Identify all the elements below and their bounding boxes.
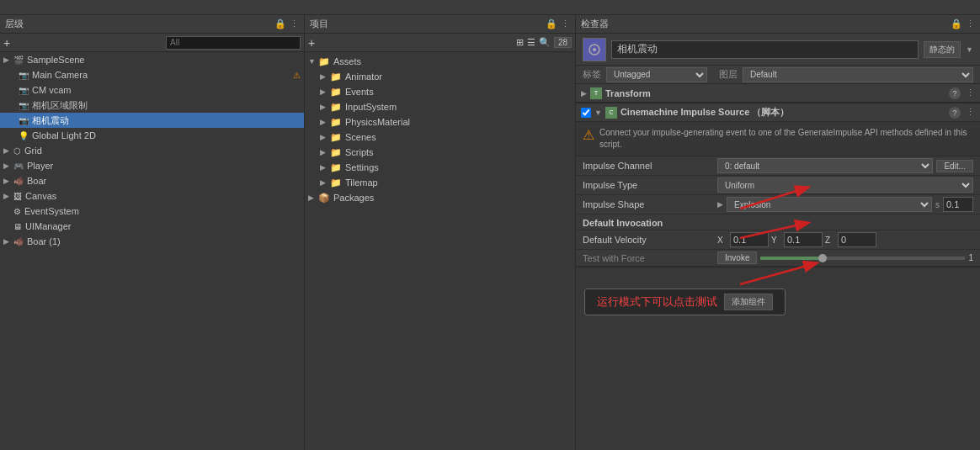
folder-physicsmaterial[interactable]: ▶ 📁 PhysicsMaterial [305, 114, 575, 130]
folder-animator[interactable]: ▶ 📁 Animator [305, 69, 575, 84]
hierarchy-item-samplescene[interactable]: ▶ 🎬 SampleScene [0, 52, 304, 67]
camera-icon: 📷 [19, 86, 29, 95]
expand-arrow: ▶ [3, 56, 12, 64]
cinemachine-header: ▼ C Cinemachine Impulse Source （脚本） ? ⋮ [576, 103, 980, 122]
transform-icon: T [590, 87, 602, 99]
item-label: Player [27, 161, 53, 171]
tag-layer-row: 标签 Untagged 图层 Default [576, 66, 980, 84]
item-label: UIManager [25, 221, 71, 231]
transform-title: Transform [605, 88, 945, 98]
object-name-input[interactable] [611, 40, 919, 59]
hierarchy-tree: ▶ 🎬 SampleScene 📷 Main Camera ⚠ 📷 CM vca… [0, 52, 304, 450]
cinemachine-help-btn[interactable]: ? [949, 107, 961, 119]
expand-arrow: ▶ [3, 192, 12, 200]
folder-icon-packages: 📦 [318, 193, 330, 204]
folder-settings[interactable]: ▶ 📁 Settings [305, 160, 575, 175]
test-force-slider[interactable] [760, 257, 965, 260]
hierarchy-item-boar[interactable]: ▶ 🐗 Boar [0, 173, 304, 188]
folder-events[interactable]: ▶ 📁 Events [305, 84, 575, 99]
cinemachine-expand-arrow[interactable]: ▼ [594, 109, 602, 117]
hierarchy-item-uimanager[interactable]: 🖥 UIManager [0, 219, 304, 234]
hierarchy-item-boar1[interactable]: ▶ 🐗 Boar (1) [0, 234, 304, 249]
folder-label: Scenes [345, 132, 376, 142]
project-panel: 项目 🔒 ⋮ + ⊞ ☰ 🔍 28 ▼ 📁 Assets [305, 15, 576, 450]
impulse-channel-select[interactable]: 0: default [717, 158, 933, 173]
folder-arrow-packages: ▶ [308, 193, 317, 202]
static-dropdown-icon[interactable]: ▼ [966, 45, 973, 54]
hierarchy-add-btn[interactable]: + [3, 36, 10, 50]
folder-tilemap[interactable]: ▶ 📁 Tilemap [305, 175, 575, 190]
project-tree: ▼ 📁 Assets ▶ 📁 Animator ▶ 📁 Events [305, 52, 575, 450]
folder-icon: 📁 [330, 87, 342, 98]
velocity-x-input[interactable] [730, 232, 769, 247]
expand-arrow: ▶ [3, 161, 12, 170]
folder-assets[interactable]: ▼ 📁 Assets [305, 54, 575, 69]
project-add-btn[interactable]: + [308, 36, 315, 50]
transform-component: ▶ T Transform ? ⋮ [576, 84, 980, 103]
hierarchy-item-canvas[interactable]: ▶ 🖼 Canvas [0, 188, 304, 204]
item-label: 相机震动 [32, 114, 69, 127]
transform-settings-icon[interactable]: ⋮ [966, 87, 975, 98]
folder-arrow: ▶ [320, 178, 328, 187]
hierarchy-menu-icon[interactable]: ⋮ [290, 19, 299, 29]
cinemachine-enabled-checkbox[interactable] [581, 108, 591, 118]
velocity-z-input[interactable] [838, 232, 876, 247]
hierarchy-panel: 层级 🔒 ⋮ + ▶ 🎬 SampleScene [0, 15, 305, 450]
folder-scenes[interactable]: ▶ 📁 Scenes [305, 130, 575, 145]
shape-preview-icon: ▶ [717, 200, 723, 209]
item-label: Canvas [25, 191, 56, 201]
folder-label-assets: Assets [333, 56, 361, 66]
ui-icon: 🖥 [13, 222, 22, 231]
object-icon [583, 38, 606, 61]
hierarchy-item-camshake[interactable]: 📷 相机震动 [0, 113, 304, 128]
hierarchy-item-camconstraint[interactable]: 📷 相机区域限制 [0, 98, 304, 113]
test-force-max-label: 1 [968, 253, 973, 262]
layer-select[interactable]: Default [743, 67, 973, 82]
hierarchy-item-maincamera[interactable]: 📷 Main Camera ⚠ [0, 67, 304, 82]
folder-icon: 📁 [330, 117, 342, 128]
impulse-shape-value-input[interactable] [943, 197, 973, 212]
hierarchy-item-grid[interactable]: ▶ ⬡ Grid [0, 143, 304, 158]
impulse-shape-select[interactable]: Explosion [727, 197, 932, 212]
add-component-btn[interactable]: 添加组件 [724, 294, 773, 310]
hierarchy-lock-icon[interactable]: 🔒 [274, 19, 286, 29]
hierarchy-search-input[interactable] [166, 36, 301, 50]
project-lock-icon[interactable]: 🔒 [546, 19, 557, 29]
impulse-type-label: Impulse Type [583, 180, 717, 190]
hierarchy-item-eventsystem[interactable]: ⚙ EventSystem [0, 204, 304, 219]
folder-icon: 📁 [330, 177, 342, 188]
transform-expand-arrow[interactable]: ▶ [581, 89, 587, 98]
transform-help-btn[interactable]: ? [949, 87, 961, 99]
impulse-channel-edit-btn[interactable]: Edit... [936, 160, 973, 172]
hierarchy-item-cmvcam[interactable]: 📷 CM vcam [0, 82, 304, 98]
hierarchy-item-player[interactable]: ▶ 🎮 Player [0, 158, 304, 173]
cinemachine-settings-icon[interactable]: ⋮ [966, 107, 975, 118]
expand-arrow: ▶ [3, 146, 12, 155]
folder-inputsystem[interactable]: ▶ 📁 InputSystem [305, 99, 575, 114]
folder-packages[interactable]: ▶ 📦 Packages [305, 190, 575, 205]
hierarchy-item-globallight[interactable]: 💡 Global Light 2D [0, 128, 304, 143]
camera-icon: 📷 [19, 101, 29, 110]
folder-arrow: ▶ [320, 118, 328, 126]
folder-label: Events [345, 87, 374, 97]
layer-label: 图层 [719, 68, 738, 81]
project-layout-btn1[interactable]: ⊞ [516, 37, 524, 48]
folder-label: Scripts [345, 147, 374, 157]
boar1-icon: 🐗 [13, 237, 24, 246]
folder-arrow: ▶ [320, 163, 328, 172]
folder-scripts[interactable]: ▶ 📁 Scripts [305, 145, 575, 160]
tag-select[interactable]: Untagged [606, 67, 707, 82]
project-menu-icon[interactable]: ⋮ [561, 19, 570, 29]
impulse-type-select[interactable]: Uniform [717, 177, 973, 193]
inspector-menu-icon[interactable]: ⋮ [966, 19, 975, 29]
inspector-title: 检查器 [581, 18, 609, 30]
inspector-lock-icon[interactable]: 🔒 [951, 19, 962, 29]
y-label: Y [771, 236, 781, 245]
velocity-y-input[interactable] [784, 232, 823, 247]
invoke-button[interactable]: Invoke [717, 251, 757, 264]
project-layout-btn2[interactable]: ☰ [527, 37, 535, 48]
static-button[interactable]: 静态的 [924, 41, 961, 58]
item-label: SampleScene [27, 55, 85, 65]
camera-icon: 📷 [19, 116, 29, 125]
default-invocation-header: Default Invocation [576, 214, 980, 230]
